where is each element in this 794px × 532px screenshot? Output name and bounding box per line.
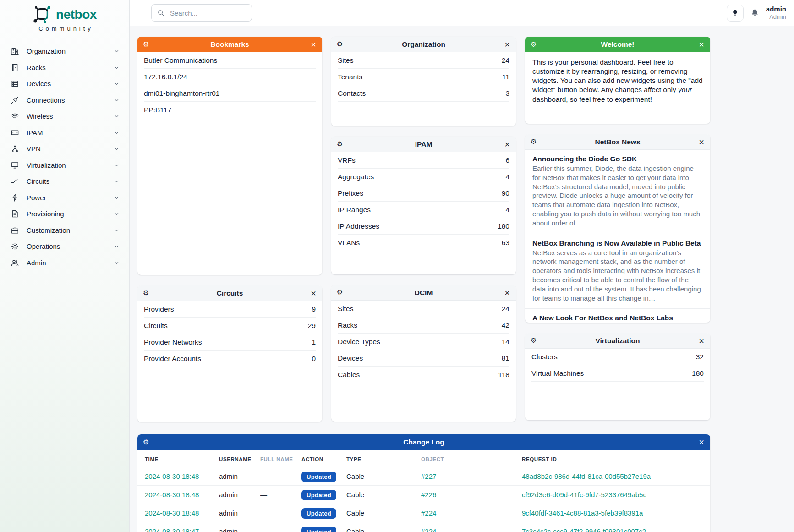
- change-request-id-link[interactable]: 48ad8b2c-986d-44fd-81ca-00d55b27e19a: [522, 472, 651, 480]
- news-article-title: Announcing the Diode Go SDK: [532, 155, 703, 163]
- stat-row[interactable]: Contacts 3: [338, 85, 509, 102]
- change-object-link[interactable]: #227: [421, 472, 436, 480]
- stat-label: Prefixes: [338, 189, 363, 197]
- stat-row[interactable]: Racks 42: [338, 317, 509, 334]
- close-icon[interactable]: ×: [699, 438, 704, 447]
- news-article[interactable]: NetBox Branching is Now Available in Pub…: [525, 234, 710, 309]
- notification-bell-icon[interactable]: [750, 8, 760, 18]
- gear-icon[interactable]: ⚙: [337, 289, 343, 296]
- sidebar-item-organization[interactable]: Organization: [0, 43, 129, 60]
- stat-row[interactable]: VLANs 63: [338, 235, 509, 251]
- sidebar-item-label: Organization: [27, 47, 113, 55]
- gear-icon[interactable]: ⚙: [531, 337, 537, 344]
- stat-row[interactable]: Sites 24: [338, 52, 509, 69]
- stat-row[interactable]: Providers 9: [144, 301, 316, 318]
- sidebar-item-vpn[interactable]: VPN: [0, 141, 129, 157]
- sidebar-item-power[interactable]: Power: [0, 190, 129, 206]
- close-icon[interactable]: ×: [699, 137, 704, 147]
- close-icon[interactable]: ×: [311, 40, 316, 49]
- stat-value: 42: [502, 321, 509, 329]
- bookmark-item[interactable]: 172.16.0.1/24: [144, 69, 316, 85]
- bookmark-item[interactable]: dmi01-binghamton-rtr01: [144, 85, 316, 102]
- change-time-link[interactable]: 2024-08-30 18:47: [145, 527, 199, 532]
- bookmark-item[interactable]: PP:B117: [144, 102, 316, 118]
- stat-label: Provider Accounts: [144, 355, 201, 363]
- sidebar-item-devices[interactable]: Devices: [0, 76, 129, 92]
- change-time-link[interactable]: 2024-08-30 18:48: [145, 509, 199, 517]
- stat-row[interactable]: Provider Accounts 0: [144, 351, 316, 367]
- column-header-time: TIME: [137, 450, 215, 467]
- user-name: admin: [766, 5, 786, 13]
- chevron-down-icon: [113, 97, 120, 104]
- stat-row[interactable]: Tenants 11: [338, 69, 509, 85]
- close-icon[interactable]: ×: [504, 288, 510, 297]
- stat-row[interactable]: Cables 118: [338, 367, 509, 383]
- stat-value: 63: [502, 239, 509, 247]
- change-object-link[interactable]: #224: [421, 509, 436, 517]
- sidebar-item-wireless[interactable]: Wireless: [0, 108, 129, 125]
- sidebar-item-virtualization[interactable]: Virtualization: [0, 157, 129, 174]
- gear-icon[interactable]: ⚙: [531, 41, 537, 48]
- stat-row[interactable]: Aggregates 4: [338, 169, 509, 185]
- change-request-id-link[interactable]: cf92d3e6-d09d-41fc-9fd7-52337649ab5c: [522, 491, 646, 499]
- close-icon[interactable]: ×: [311, 289, 316, 298]
- stat-row[interactable]: Device Types 14: [338, 334, 509, 350]
- stat-list: Sites 24 Tenants 11 Contacts 3: [331, 52, 516, 102]
- close-icon[interactable]: ×: [699, 40, 704, 49]
- stat-row[interactable]: Clusters 32: [531, 349, 704, 365]
- sidebar-item-admin[interactable]: Admin: [0, 255, 129, 271]
- user-menu[interactable]: admin Admin: [766, 5, 786, 21]
- widget-title: IPAM: [415, 140, 433, 148]
- gear-icon[interactable]: ⚙: [143, 41, 149, 48]
- bookmark-item[interactable]: Butler Communications: [144, 52, 316, 69]
- search-input[interactable]: [169, 9, 246, 17]
- dashboard: ⚙ Bookmarks × Butler Communications 172.…: [130, 26, 794, 532]
- gear-icon[interactable]: ⚙: [337, 141, 343, 148]
- stat-list: Sites 24 Racks 42 Device Types 14: [331, 301, 516, 383]
- sidebar-item-operations[interactable]: Operations: [0, 238, 129, 255]
- stat-row[interactable]: Circuits 29: [144, 318, 316, 334]
- brand-name[interactable]: netbox: [56, 7, 97, 22]
- sidebar-item-label: Wireless: [27, 112, 113, 120]
- news-article[interactable]: A New Look For NetBox and NetBox Labs: [525, 309, 710, 323]
- gear-icon[interactable]: ⚙: [337, 41, 343, 48]
- sidebar-item-circuits[interactable]: Circuits: [0, 173, 129, 190]
- change-request-id-link[interactable]: 9cf40fdf-3461-4c88-81a3-5feb39f8391a: [522, 509, 643, 517]
- chevron-down-icon: [113, 243, 120, 250]
- change-object-link[interactable]: #226: [421, 491, 436, 499]
- stat-row[interactable]: IP Addresses 180: [338, 218, 509, 235]
- change-request-id-link[interactable]: 7c3c4c2c-ccc9-47f2-9946-f09301c007c2: [522, 527, 646, 532]
- action-badge: Updated: [301, 508, 336, 519]
- sidebar-item-customization[interactable]: Customization: [0, 222, 129, 239]
- change-time-link[interactable]: 2024-08-30 18:48: [145, 491, 199, 499]
- stat-row[interactable]: Virtual Machines 180: [531, 365, 704, 382]
- sidebar-item-racks[interactable]: Racks: [0, 60, 129, 76]
- change-object-link[interactable]: #224: [421, 527, 436, 532]
- stat-value: 180: [498, 222, 509, 230]
- close-icon[interactable]: ×: [504, 140, 510, 149]
- sidebar-item-connections[interactable]: Connections: [0, 92, 129, 109]
- sidebar-item-ipam[interactable]: IPAM: [0, 125, 129, 141]
- stat-row[interactable]: Provider Networks 1: [144, 334, 316, 351]
- gear-icon[interactable]: ⚙: [531, 138, 537, 145]
- stat-value: 4: [505, 173, 509, 181]
- news-article[interactable]: Announcing the Diode Go SDK Earlier this…: [525, 150, 710, 234]
- sidebar-item-provisioning[interactable]: Provisioning: [0, 206, 129, 222]
- theme-toggle-button[interactable]: [727, 5, 744, 22]
- stat-row[interactable]: IP Ranges 4: [338, 202, 509, 218]
- sidebar: netbox Community Organization Racks Devi…: [0, 0, 130, 532]
- stat-value: 24: [502, 305, 509, 313]
- sidebar-item-label: Circuits: [27, 177, 113, 185]
- close-icon[interactable]: ×: [699, 336, 704, 346]
- stat-row[interactable]: Prefixes 90: [338, 185, 509, 202]
- gear-icon[interactable]: ⚙: [143, 290, 149, 296]
- stat-row[interactable]: VRFs 6: [338, 152, 509, 169]
- circuit-icon: [11, 177, 19, 186]
- gear-icon[interactable]: ⚙: [143, 439, 149, 446]
- action-badge: Updated: [301, 472, 336, 482]
- close-icon[interactable]: ×: [504, 40, 510, 49]
- stat-row[interactable]: Devices 81: [338, 350, 509, 367]
- change-time-link[interactable]: 2024-08-30 18:48: [145, 472, 199, 480]
- search-box[interactable]: [151, 4, 252, 22]
- stat-row[interactable]: Sites 24: [338, 301, 509, 317]
